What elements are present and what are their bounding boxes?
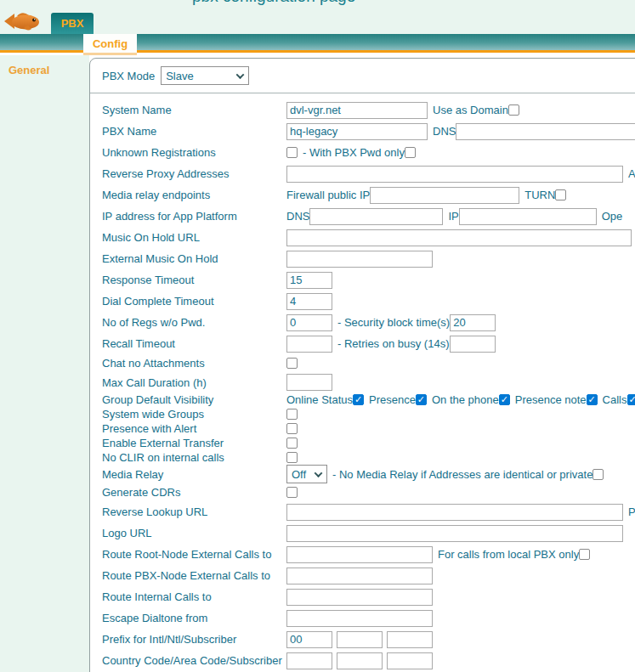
tab-pbx-label: PBX bbox=[61, 17, 84, 30]
firewall-public-ip-input[interactable] bbox=[370, 187, 519, 204]
pbx-dns-input[interactable] bbox=[456, 123, 635, 140]
dial-complete-timeout-input[interactable] bbox=[286, 293, 332, 310]
app-platform-ip-input[interactable] bbox=[459, 208, 597, 225]
form-row-enable-external-transfer: Enable External Transfer bbox=[102, 436, 635, 450]
section-divider bbox=[90, 93, 635, 93]
group-default-visibility-text-0: Online Status bbox=[286, 393, 353, 406]
form-row-max-call-duration: Max Call Duration (h) bbox=[102, 372, 635, 392]
music-on-hold-url-input[interactable] bbox=[286, 229, 632, 246]
security-block-time-input[interactable] bbox=[450, 314, 496, 331]
on-the-phone-checkbox[interactable]: ✓ bbox=[499, 394, 510, 405]
response-timeout-label: Response Timeout bbox=[102, 274, 286, 286]
prefix-intl-input[interactable] bbox=[286, 631, 332, 648]
pbx-mode-value: Slave bbox=[166, 70, 194, 82]
form-row-route-internal: Route Internal Calls to bbox=[102, 586, 635, 607]
form-row-system-name: System NameUse as Domain bbox=[102, 99, 635, 121]
pbx-mode-select[interactable]: Slave bbox=[161, 66, 249, 85]
app-platform-ip-text-0: DNS bbox=[286, 210, 309, 223]
form-row-app-platform-ip: IP address for App PlatformDNSIPOpe bbox=[102, 206, 635, 227]
country-code-input[interactable] bbox=[286, 652, 332, 669]
form-row-route-root-node: Route Root-Node External Calls toFor cal… bbox=[102, 544, 635, 565]
route-root-node-input[interactable] bbox=[286, 546, 433, 563]
form-row-media-relay: Media RelayOff- No Media Relay if Addres… bbox=[102, 465, 635, 483]
tab-pbx[interactable]: PBX bbox=[51, 13, 94, 34]
media-relay-endpoints-label: Media relay endpoints bbox=[102, 189, 286, 201]
system-name-input[interactable] bbox=[286, 102, 428, 119]
prefix-subscriber-input[interactable] bbox=[387, 631, 433, 648]
form-row-reverse-lookup-url: Reverse Lookup URLP bbox=[102, 501, 635, 522]
presence-with-alert-checkbox[interactable] bbox=[286, 423, 298, 434]
unknown-registrations-text-1: - With PBX Pwd only bbox=[303, 146, 405, 159]
turn-checkbox[interactable] bbox=[555, 189, 566, 200]
chat-no-attachments-label: Chat no Attachments bbox=[102, 357, 286, 370]
form-row-recall-timeout: Recall Timeout- Retries on busy (14s) bbox=[102, 333, 635, 354]
generate-cdrs-label: Generate CDRs bbox=[102, 486, 286, 499]
app-platform-dns-input[interactable] bbox=[309, 208, 443, 225]
route-root-node-text-1: For calls from local PBX only bbox=[438, 548, 579, 561]
logo-url-input[interactable] bbox=[286, 525, 623, 542]
form-row-logo-url: Logo URL bbox=[102, 522, 635, 544]
form-row-response-timeout: Response Timeout bbox=[102, 269, 635, 291]
use-as-domain-checkbox[interactable] bbox=[508, 104, 519, 116]
presence-checkbox[interactable]: ✓ bbox=[416, 394, 427, 405]
no-of-regs-text-1: - Security block time(s) bbox=[337, 316, 450, 329]
reverse-lookup-url-input[interactable] bbox=[286, 504, 623, 521]
reverse-lookup-url-text-1: P bbox=[628, 505, 635, 518]
external-music-on-hold-input[interactable] bbox=[286, 251, 433, 268]
top-strip: pbx configuration page PBX bbox=[0, 0, 635, 34]
chevron-down-icon bbox=[315, 469, 323, 477]
presence-note-checkbox[interactable]: ✓ bbox=[587, 394, 598, 405]
prefix-ntl-input[interactable] bbox=[337, 631, 383, 648]
pbx-name-input[interactable] bbox=[286, 123, 428, 140]
chat-no-attachments-checkbox[interactable] bbox=[286, 358, 298, 369]
form-rows: System NameUse as DomainPBX NameDNSUnkno… bbox=[102, 99, 635, 672]
form-row-chat-no-attachments: Chat no Attachments bbox=[102, 354, 635, 372]
no-clir-checkbox[interactable] bbox=[286, 452, 298, 463]
reverse-proxy-addresses-input[interactable] bbox=[286, 166, 623, 183]
generate-cdrs-checkbox[interactable] bbox=[286, 487, 298, 498]
app-platform-ip-text-2: IP bbox=[448, 210, 458, 223]
response-timeout-input[interactable] bbox=[286, 272, 332, 289]
chevron-down-icon bbox=[236, 71, 245, 79]
clipped-page-title: pbx configuration page bbox=[192, 0, 355, 6]
recall-timeout-input[interactable] bbox=[286, 336, 332, 353]
calls-checkbox[interactable]: ✓ bbox=[627, 394, 635, 405]
enable-external-transfer-checkbox[interactable] bbox=[286, 438, 298, 449]
recall-timeout-label: Recall Timeout bbox=[102, 337, 286, 350]
form-row-escape-dialtone: Escape Dialtone from bbox=[102, 607, 635, 629]
area-code-input[interactable] bbox=[337, 652, 383, 669]
media-relay-endpoints-text-2: TURN bbox=[524, 189, 555, 201]
no-of-regs-input[interactable] bbox=[286, 314, 332, 331]
country-area-subscriber-label: Country Code/Area Code/Subscriber bbox=[102, 654, 286, 667]
group-default-visibility-text-4: On the phone bbox=[432, 393, 499, 406]
escape-dialtone-label: Escape Dialtone from bbox=[102, 612, 286, 624]
subscriber-code-input[interactable] bbox=[387, 652, 433, 669]
sidebar-item-general[interactable]: General bbox=[9, 64, 49, 76]
online-status-checkbox[interactable]: ✓ bbox=[353, 394, 364, 405]
unknown-registrations-checkbox[interactable] bbox=[286, 147, 298, 158]
system-wide-groups-checkbox[interactable] bbox=[286, 409, 298, 420]
route-pbx-node-input[interactable] bbox=[286, 568, 433, 584]
local-pbx-only-checkbox[interactable] bbox=[579, 549, 590, 560]
form-row-unknown-registrations: Unknown Registrations- With PBX Pwd only bbox=[102, 142, 635, 163]
escape-dialtone-input[interactable] bbox=[286, 610, 433, 627]
pbx-mode-row: PBX Mode Slave bbox=[102, 66, 635, 85]
media-relay-select[interactable]: Off bbox=[286, 465, 327, 483]
form-row-dial-complete-timeout: Dial Complete Timeout bbox=[102, 291, 635, 312]
tab-config[interactable]: Config bbox=[83, 34, 137, 55]
max-call-duration-input[interactable] bbox=[286, 374, 332, 391]
form-row-route-pbx-node: Route PBX-Node External Calls to bbox=[102, 565, 635, 586]
media-relay-label: Media Relay bbox=[102, 468, 286, 481]
retries-on-busy-input[interactable] bbox=[450, 336, 496, 353]
form-row-prefix-intl-ntl-subscriber: Prefix for Intl/Ntl/Subscriber bbox=[102, 629, 635, 650]
with-pbx-pwd-only-checkbox[interactable] bbox=[405, 147, 416, 158]
route-internal-input[interactable] bbox=[286, 589, 433, 606]
max-call-duration-label: Max Call Duration (h) bbox=[102, 376, 286, 389]
form-row-country-area-subscriber: Country Code/Area Code/Subscriber bbox=[102, 650, 635, 671]
no-media-relay-checkbox[interactable] bbox=[592, 469, 604, 480]
reverse-proxy-addresses-label: Reverse Proxy Addresses bbox=[102, 167, 286, 180]
logo-url-label: Logo URL bbox=[102, 527, 286, 539]
media-relay-select-value: Off bbox=[292, 468, 306, 481]
pbx-name-text-1: DNS bbox=[433, 125, 456, 138]
route-pbx-node-label: Route PBX-Node External Calls to bbox=[102, 569, 286, 582]
